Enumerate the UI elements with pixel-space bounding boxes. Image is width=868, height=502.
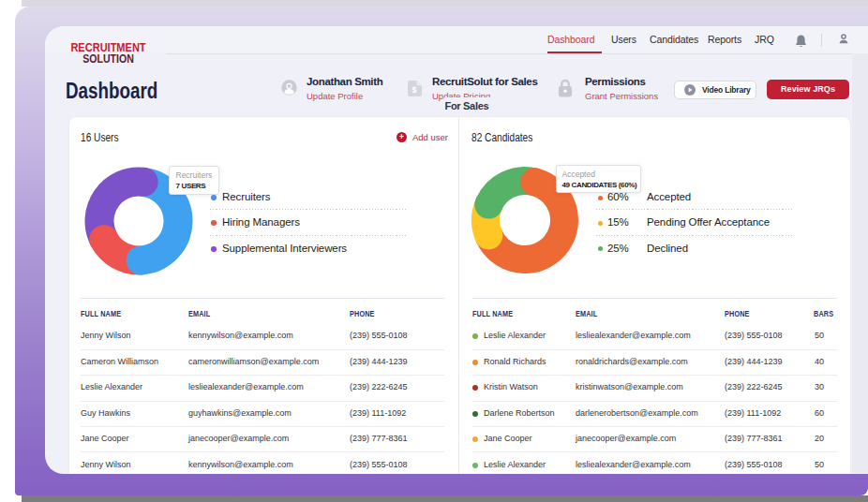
svg-text:$: $ (412, 85, 416, 95)
